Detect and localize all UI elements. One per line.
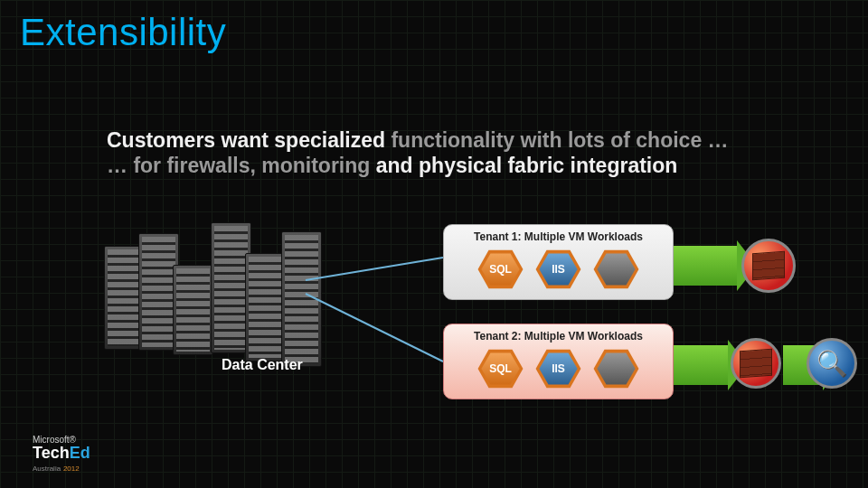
- footer-region: Australia: [33, 465, 61, 473]
- subtitle-line2-dim: … for firewalls, monitoring: [107, 154, 376, 177]
- datacenter-label: Data Center: [222, 357, 303, 373]
- server-rack-icon: [281, 231, 322, 367]
- tenant-1-label: Tenant 1: Multiple VM Workloads: [444, 230, 673, 243]
- storage-hex-icon: [593, 249, 640, 290]
- tenant-card-1: Tenant 1: Multiple VM Workloads SQL IIS: [443, 224, 674, 300]
- server-rack-icon: [173, 265, 213, 355]
- footer-logo: Microsoft® TechEd Australia 2012: [33, 435, 90, 474]
- server-rack-icon: [245, 253, 286, 361]
- subtitle-line2-strong: and physical fabric integration: [376, 154, 678, 177]
- footer-year: 2012: [63, 465, 80, 473]
- sql-hex-icon: SQL: [477, 348, 524, 389]
- firewall-icon: [731, 338, 781, 389]
- firewall-icon: [741, 239, 796, 293]
- tenant-card-2: Tenant 2: Multiple VM Workloads SQL IIS: [443, 324, 674, 399]
- monitor-icon: 🔍: [807, 338, 857, 389]
- brand-tech: Tech: [33, 444, 70, 462]
- brand-ed: Ed: [70, 444, 90, 462]
- arrow-icon: [674, 246, 737, 286]
- datacenter-cluster: [104, 215, 307, 369]
- tenant-1-workloads: SQL IIS: [444, 247, 673, 292]
- tenant-2-label: Tenant 2: Multiple VM Workloads: [444, 330, 673, 343]
- storage-hex-icon: [593, 348, 640, 389]
- tenant-2-workloads: SQL IIS: [444, 346, 673, 391]
- slide-title: Extensibility: [20, 11, 226, 54]
- iis-hex-icon: IIS: [535, 348, 582, 389]
- subtitle-line1-dim: functionality with lots of choice …: [391, 128, 728, 152]
- subtitle-line1-strong: Customers want specialized: [107, 128, 391, 152]
- sql-hex-icon: SQL: [477, 249, 524, 290]
- arrow-icon: [674, 345, 728, 385]
- subtitle: Customers want specialized functionality…: [107, 128, 729, 178]
- iis-hex-icon: IIS: [535, 249, 582, 290]
